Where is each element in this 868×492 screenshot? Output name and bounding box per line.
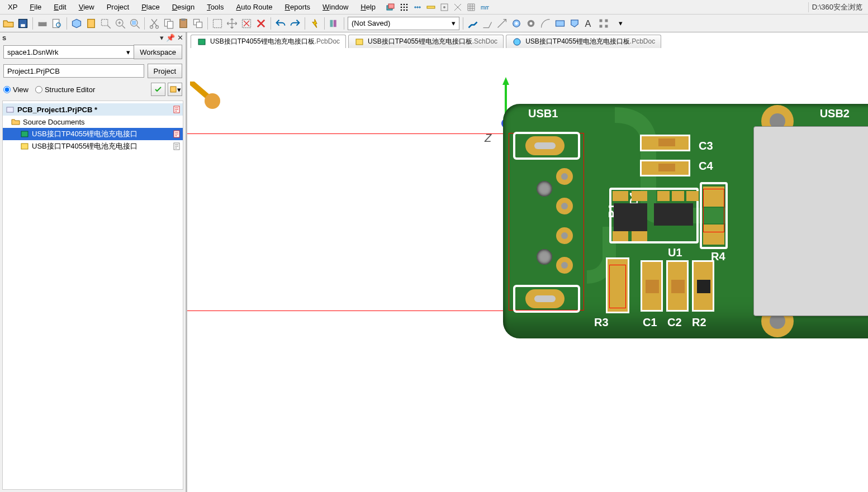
tree-doc-pcb[interactable]: USB接口TP4055锂电池充电接口 — [3, 128, 183, 140]
clear-icon[interactable] — [255, 17, 267, 30]
save-icon[interactable] — [17, 17, 29, 30]
menu-edit[interactable]: Edit — [48, 2, 72, 12]
svg-rect-21 — [88, 19, 95, 27]
undo-icon[interactable] — [274, 17, 287, 30]
svg-rect-16 — [21, 24, 25, 27]
svg-rect-34 — [214, 19, 222, 27]
drill-hole — [537, 181, 552, 197]
menu-help[interactable]: Help — [355, 2, 381, 12]
pad-icon[interactable] — [510, 17, 523, 30]
menu-reports[interactable]: Reports — [279, 2, 316, 12]
projects-panel: s ▾ 📌 ✕ ▾ Workspace Project View Structu… — [0, 32, 187, 492]
pad-slot — [525, 136, 565, 155]
menu-dxp[interactable]: XP — [2, 2, 23, 12]
radio-structure-editor[interactable]: Structure Editor — [35, 85, 95, 94]
tree-opt2-icon[interactable]: ▾ — [168, 83, 182, 96]
chevron-down-icon[interactable]: ▾ — [126, 48, 130, 56]
editor-canvas[interactable]: USB接口TP4055锂电池充电接口板.PcbDoc USB接口TP4055锂电… — [187, 32, 868, 492]
svg-point-13 — [443, 6, 445, 8]
project-button[interactable]: Project — [148, 64, 182, 78]
tree-doc-sch[interactable]: USB接口TP4055锂电池充电接口 — [3, 140, 183, 152]
grid-dots-icon[interactable] — [399, 2, 409, 12]
menu-tools[interactable]: Tools — [201, 2, 229, 12]
print-icon[interactable] — [36, 17, 49, 30]
project-input[interactable] — [3, 64, 144, 78]
string-icon[interactable]: A — [583, 17, 595, 30]
menu-project[interactable]: Project — [101, 2, 135, 12]
tab-schdoc[interactable]: USB接口TP4055锂电池充电接口板.SchDoc — [348, 35, 504, 48]
arc-icon[interactable] — [539, 17, 552, 30]
tab-pcb3d[interactable]: USB接口TP4055锂电池充电接口板.PcbDoc — [506, 35, 661, 48]
poly-icon[interactable] — [568, 17, 581, 30]
menu-design[interactable]: Design — [167, 2, 200, 12]
pcb-3d-view[interactable]: Z Y USB1 USB2 R1 LED1 — [187, 48, 868, 492]
duplicate-icon[interactable] — [192, 17, 204, 30]
svg-rect-37 — [334, 20, 336, 27]
scale-icon[interactable] — [496, 17, 508, 30]
tab-pcbdoc[interactable]: USB接口TP4055锂电池充电接口板.PcbDoc — [191, 35, 346, 48]
menu-file[interactable]: File — [24, 2, 47, 12]
box-icon[interactable] — [70, 17, 83, 30]
tree-source-documents[interactable]: Source Documents — [3, 116, 183, 128]
panel-menu-icon[interactable]: ▾ — [160, 34, 164, 42]
menu-autoroute[interactable]: Auto Route — [231, 2, 278, 12]
svg-rect-33 — [197, 22, 202, 27]
document-tabs: USB接口TP4055锂电池充电接口板.PcbDoc USB接口TP4055锂电… — [187, 32, 868, 48]
menu-view[interactable]: View — [73, 2, 100, 12]
project-tree[interactable]: PCB_Project1.PrjPCB * Source Documents U… — [2, 101, 183, 490]
pcbdoc-icon — [197, 37, 207, 47]
snap2-icon[interactable] — [453, 2, 463, 12]
zoom-sel-icon[interactable] — [129, 17, 141, 30]
grid-lines-icon[interactable] — [466, 2, 476, 12]
pin-icon[interactable]: 📌 — [166, 34, 175, 42]
cut-icon[interactable] — [148, 17, 160, 30]
workspace-button[interactable]: Workspace — [134, 45, 182, 59]
select-rect-icon[interactable] — [211, 17, 224, 30]
zoom-area-icon[interactable] — [99, 17, 112, 30]
meas-icon[interactable] — [412, 2, 423, 12]
svg-point-9 — [404, 9, 405, 11]
libs-icon[interactable] — [328, 17, 340, 30]
svg-point-5 — [401, 6, 402, 8]
route-icon[interactable] — [467, 17, 479, 30]
units-icon[interactable]: mm — [480, 2, 490, 12]
component-usb2-connector — [753, 126, 868, 316]
dropdown-end-icon[interactable]: ▾ — [614, 17, 627, 30]
deselect-icon[interactable] — [240, 17, 253, 30]
paste-icon[interactable] — [177, 17, 189, 30]
config-combo[interactable]: (Not Saved) ▾ — [348, 17, 459, 30]
pad-slot — [525, 289, 565, 308]
tree-src-label: Source Documents — [23, 118, 85, 126]
via — [556, 198, 573, 214]
component-c4 — [640, 160, 690, 176]
close-icon[interactable]: ✕ — [177, 34, 183, 42]
svg-point-8 — [401, 9, 402, 11]
radio-file-view[interactable]: View — [3, 85, 29, 94]
array-icon[interactable] — [597, 17, 610, 30]
tree-project-root[interactable]: PCB_Project1.PrjPCB * — [3, 103, 183, 116]
move-icon[interactable] — [226, 17, 238, 30]
open-icon[interactable] — [2, 17, 15, 30]
svg-point-7 — [406, 6, 408, 8]
menu-place[interactable]: Place — [136, 2, 165, 12]
selection-rect — [609, 265, 626, 308]
workspace-input[interactable] — [3, 45, 135, 59]
redo-icon[interactable] — [289, 17, 301, 30]
angle-icon[interactable] — [481, 17, 494, 30]
fill-icon[interactable] — [554, 17, 566, 30]
svg-rect-42 — [556, 21, 565, 26]
pcb3d-icon — [512, 37, 522, 47]
sheet-icon[interactable] — [85, 17, 97, 30]
copy-icon[interactable] — [163, 17, 175, 30]
via-icon[interactable] — [525, 17, 537, 30]
layers-icon[interactable] — [386, 2, 396, 12]
pcbdoc-icon — [20, 129, 30, 139]
menu-window[interactable]: Window — [317, 2, 354, 12]
ruler-icon[interactable] — [426, 2, 436, 12]
run-icon[interactable] — [309, 17, 321, 30]
schdoc-icon — [354, 37, 364, 47]
zoom-in-icon[interactable] — [114, 17, 126, 30]
preview-icon[interactable] — [51, 17, 63, 30]
snap1-icon[interactable] — [439, 2, 449, 12]
tree-opt1-icon[interactable] — [151, 83, 165, 96]
